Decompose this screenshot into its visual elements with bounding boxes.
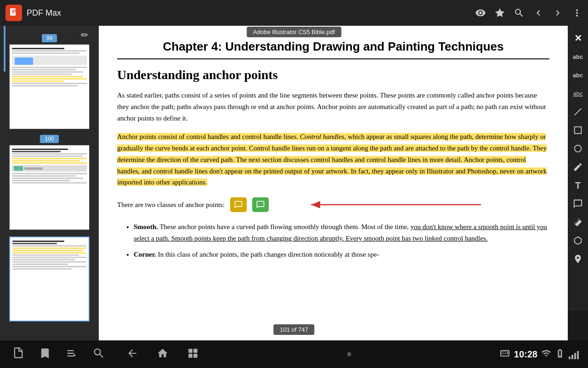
comment-tool[interactable] <box>570 196 586 212</box>
rectangle-tool[interactable] <box>570 122 586 138</box>
highlight-tool[interactable] <box>570 214 586 230</box>
right-tools-panel: ✕ abc abc abc T <box>568 26 588 311</box>
android-status-right: 10:28 <box>499 348 579 361</box>
android-bottom-bar: 10:28 <box>0 340 588 368</box>
chat-bubble-green[interactable] <box>252 197 269 212</box>
time-display: 10:28 <box>514 349 537 360</box>
text-style-tool-1[interactable]: abc <box>570 48 586 65</box>
svg-point-3 <box>575 145 582 152</box>
line-draw-tool[interactable] <box>570 104 586 120</box>
star-icon[interactable] <box>494 7 505 18</box>
thumbnail-page-101[interactable] <box>0 235 99 323</box>
close-tool[interactable]: ✕ <box>570 30 586 46</box>
eye-icon[interactable] <box>475 7 486 18</box>
more-icon[interactable] <box>571 7 582 18</box>
app-icon <box>6 5 22 21</box>
search-icon[interactable] <box>514 7 525 18</box>
filename-tooltip: Adobe Illustrator CS5 Bible.pdf <box>247 27 341 37</box>
text-style-tool-2[interactable]: abc <box>570 67 586 83</box>
annotation-pencil-icon[interactable]: ✏ <box>81 29 89 40</box>
new-doc-icon[interactable] <box>12 346 25 362</box>
bottom-doc-tools <box>9 346 108 362</box>
svg-rect-10 <box>193 354 198 358</box>
svg-marker-4 <box>575 237 582 245</box>
highlight-text-block: Anchor points consist of control handles… <box>117 133 547 186</box>
back-button[interactable] <box>126 347 138 361</box>
main-content: Chapter 4: Understanding Drawing and Pai… <box>99 26 568 340</box>
polygon-tool[interactable] <box>570 232 586 249</box>
signal-icon <box>569 349 579 359</box>
android-nav-left <box>9 346 199 362</box>
pencil-draw-tool[interactable] <box>570 159 586 175</box>
home-button[interactable] <box>157 347 169 361</box>
app-title: PDF Max <box>27 8 467 18</box>
recent-apps-button[interactable] <box>187 347 199 361</box>
bullet-corner-text: In this class of anchor points, the path… <box>158 251 379 258</box>
notes-icon[interactable] <box>66 347 79 362</box>
smooth-link: you don't know where a smooth point is u… <box>134 223 547 242</box>
pin-tool[interactable] <box>570 251 586 267</box>
battery-icon <box>555 348 565 360</box>
section-title: Understanding anchor points <box>117 68 549 82</box>
keyboard-icon[interactable] <box>499 348 510 361</box>
page-indicator: 101 of 747 <box>273 324 314 335</box>
two-classes-text: There are two classes of anchor points: <box>117 199 225 211</box>
arrow-graphic <box>274 196 486 214</box>
chapter-title: Chapter 4: Understanding Drawing and Pai… <box>117 40 549 59</box>
svg-rect-8 <box>193 349 198 353</box>
thumb-image-101[interactable] <box>9 236 90 322</box>
bullet-corner-title: Corner. <box>134 251 156 258</box>
paragraph-1: As stated earlier, paths consist of a se… <box>117 90 549 124</box>
sidebar: 99 100 <box>0 26 99 357</box>
paragraph-2-highlighted: Anchor points consist of control handles… <box>117 131 549 188</box>
bullet-smooth-text: These anchor points have a curved path f… <box>134 223 547 242</box>
page-badge-99: 99 <box>42 34 57 42</box>
text-insert-tool[interactable]: T <box>570 177 586 194</box>
svg-rect-9 <box>188 354 192 358</box>
home-dot <box>347 352 351 356</box>
back-icon[interactable] <box>533 7 544 18</box>
thumbnail-page-99[interactable]: 99 <box>0 30 99 131</box>
forward-icon[interactable] <box>552 7 563 18</box>
thumb-image-100[interactable] <box>9 145 90 230</box>
bullet-smooth-title: Smooth. <box>134 223 158 230</box>
chat-bubble-yellow[interactable] <box>230 197 247 212</box>
svg-rect-2 <box>575 127 582 134</box>
svg-marker-6 <box>311 201 320 208</box>
wifi-icon <box>541 348 551 360</box>
text-style-tool-3[interactable]: abc <box>570 85 586 102</box>
bullet-smooth: Smooth. These anchor points have a curve… <box>134 221 549 244</box>
svg-rect-7 <box>188 349 192 353</box>
bookmark-icon[interactable] <box>39 347 51 362</box>
top-bar: PDF Max <box>0 0 588 26</box>
left-accent-bar <box>4 26 6 72</box>
svg-line-1 <box>575 109 582 115</box>
bullet-corner: Corner. In this class of anchor points, … <box>134 249 549 260</box>
thumb-image-99[interactable] <box>9 44 90 129</box>
two-classes-row: There are two classes of anchor points: <box>117 196 549 214</box>
search-bottom-icon[interactable] <box>92 347 105 362</box>
android-nav-center <box>347 352 351 356</box>
circle-tool[interactable] <box>570 140 586 157</box>
page-badge-100: 100 <box>40 135 58 143</box>
thumbnail-page-100[interactable]: 100 <box>0 131 99 232</box>
bullet-list: Smooth. These anchor points have a curve… <box>126 221 549 260</box>
